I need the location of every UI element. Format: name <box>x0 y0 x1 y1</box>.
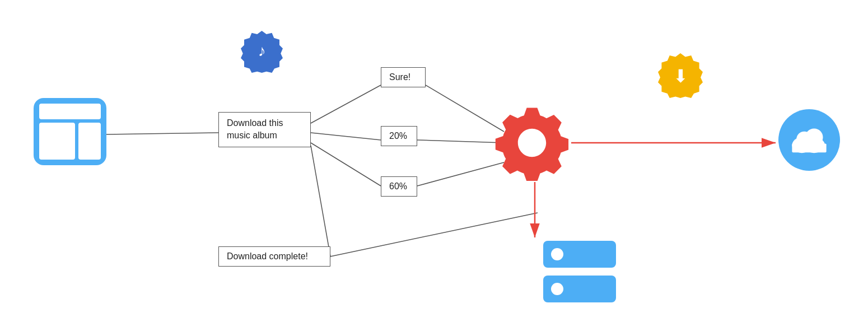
database-icon-2 <box>543 276 616 302</box>
svg-line-7 <box>417 162 504 186</box>
download-music-label: Download this music album <box>218 112 311 147</box>
svg-point-15 <box>805 128 823 146</box>
browser-icon <box>34 98 106 165</box>
svg-line-3 <box>311 143 381 186</box>
svg-line-6 <box>417 140 504 143</box>
svg-line-1 <box>311 85 381 123</box>
music-badge-icon: ♪ <box>241 31 283 73</box>
percent-60-label: 60% <box>381 176 417 197</box>
diagram-canvas: ♪ Download this music album Sure! 20% 60… <box>0 0 868 336</box>
cloud-icon <box>778 109 840 160</box>
svg-line-2 <box>311 133 381 140</box>
svg-rect-16 <box>792 144 826 153</box>
svg-line-8 <box>330 213 538 256</box>
download-badge-icon: ⬇ <box>658 53 703 98</box>
database-icon-1 <box>543 241 616 268</box>
sure-label: Sure! <box>381 67 426 87</box>
arrows-overlay <box>0 0 868 336</box>
gear-icon <box>493 104 571 182</box>
percent-20-label: 20% <box>381 126 417 146</box>
svg-line-0 <box>106 133 218 134</box>
svg-line-5 <box>426 85 504 132</box>
svg-line-4 <box>311 146 330 256</box>
download-complete-label: Download complete! <box>218 246 330 267</box>
